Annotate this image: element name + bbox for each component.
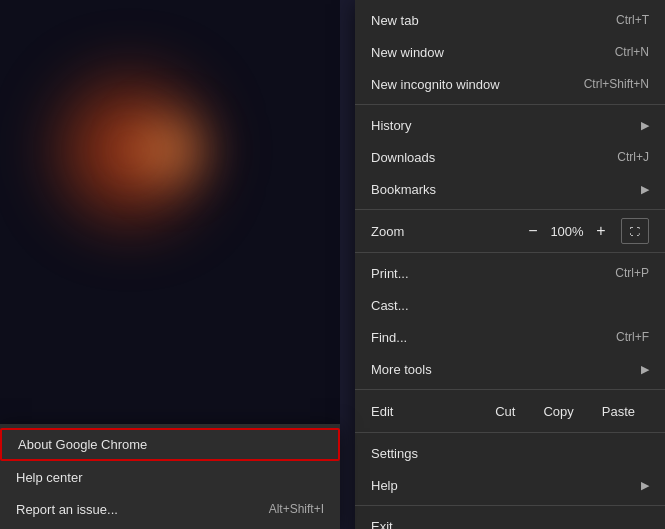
menu-item-exit[interactable]: Exit <box>355 510 665 529</box>
fullscreen-button[interactable]: ⛶ <box>621 218 649 244</box>
menu-item-bookmarks-label: Bookmarks <box>371 182 633 197</box>
submenu-item-report-issue[interactable]: Report an issue... Alt+Shift+I <box>0 493 340 525</box>
menu-item-exit-label: Exit <box>371 519 649 530</box>
bookmarks-arrow-icon: ▶ <box>641 183 649 196</box>
menu-item-new-incognito-shortcut: Ctrl+Shift+N <box>584 77 649 91</box>
submenu-item-help-center-label: Help center <box>16 470 324 485</box>
menu-item-cast[interactable]: Cast... <box>355 289 665 321</box>
separator-2 <box>355 209 665 210</box>
menu-item-print[interactable]: Print... Ctrl+P <box>355 257 665 289</box>
menu-item-help[interactable]: Help ▶ <box>355 469 665 501</box>
menu-item-print-shortcut: Ctrl+P <box>615 266 649 280</box>
menu-item-settings-label: Settings <box>371 446 649 461</box>
menu-item-cast-label: Cast... <box>371 298 649 313</box>
submenu-item-about-chrome-label: About Google Chrome <box>18 437 322 452</box>
copy-button[interactable]: Copy <box>529 401 587 422</box>
menu-item-find-shortcut: Ctrl+F <box>616 330 649 344</box>
help-submenu: About Google Chrome Help center Report a… <box>0 424 340 529</box>
more-tools-arrow-icon: ▶ <box>641 363 649 376</box>
menu-item-settings[interactable]: Settings <box>355 437 665 469</box>
menu-item-print-label: Print... <box>371 266 575 281</box>
submenu-item-help-center[interactable]: Help center <box>0 461 340 493</box>
menu-item-new-window-label: New window <box>371 45 575 60</box>
menu-item-history[interactable]: History ▶ <box>355 109 665 141</box>
zoom-value: 100% <box>547 224 587 239</box>
menu-item-new-window[interactable]: New window Ctrl+N <box>355 36 665 68</box>
zoom-row: Zoom − 100% + ⛶ <box>355 214 665 248</box>
menu-item-new-incognito-label: New incognito window <box>371 77 544 92</box>
separator-1 <box>355 104 665 105</box>
zoom-plus-button[interactable]: + <box>587 218 615 244</box>
submenu-item-report-issue-label: Report an issue... <box>16 502 269 517</box>
menu-item-downloads-shortcut: Ctrl+J <box>617 150 649 164</box>
menu-item-history-label: History <box>371 118 633 133</box>
separator-4 <box>355 389 665 390</box>
submenu-item-about-chrome[interactable]: About Google Chrome <box>0 428 340 461</box>
menu-item-new-incognito[interactable]: New incognito window Ctrl+Shift+N <box>355 68 665 100</box>
cut-button[interactable]: Cut <box>481 401 529 422</box>
zoom-minus-button[interactable]: − <box>519 218 547 244</box>
edit-label: Edit <box>371 404 481 419</box>
help-arrow-icon: ▶ <box>641 479 649 492</box>
fullscreen-icon: ⛶ <box>630 226 640 237</box>
separator-5 <box>355 432 665 433</box>
menu-item-new-tab-label: New tab <box>371 13 576 28</box>
menu-item-bookmarks[interactable]: Bookmarks ▶ <box>355 173 665 205</box>
menu-item-downloads[interactable]: Downloads Ctrl+J <box>355 141 665 173</box>
separator-3 <box>355 252 665 253</box>
menu-item-more-tools-label: More tools <box>371 362 633 377</box>
submenu-item-report-issue-shortcut: Alt+Shift+I <box>269 502 324 516</box>
menu-item-find-label: Find... <box>371 330 576 345</box>
menu-item-more-tools[interactable]: More tools ▶ <box>355 353 665 385</box>
menu-item-find[interactable]: Find... Ctrl+F <box>355 321 665 353</box>
menu-item-downloads-label: Downloads <box>371 150 577 165</box>
menu-item-new-tab-shortcut: Ctrl+T <box>616 13 649 27</box>
separator-6 <box>355 505 665 506</box>
edit-row: Edit Cut Copy Paste <box>355 394 665 428</box>
menu-item-help-label: Help <box>371 478 633 493</box>
chrome-menu: New tab Ctrl+T New window Ctrl+N New inc… <box>355 0 665 529</box>
paste-button[interactable]: Paste <box>588 401 649 422</box>
zoom-label: Zoom <box>371 224 519 239</box>
history-arrow-icon: ▶ <box>641 119 649 132</box>
menu-item-new-tab[interactable]: New tab Ctrl+T <box>355 4 665 36</box>
menu-item-new-window-shortcut: Ctrl+N <box>615 45 649 59</box>
